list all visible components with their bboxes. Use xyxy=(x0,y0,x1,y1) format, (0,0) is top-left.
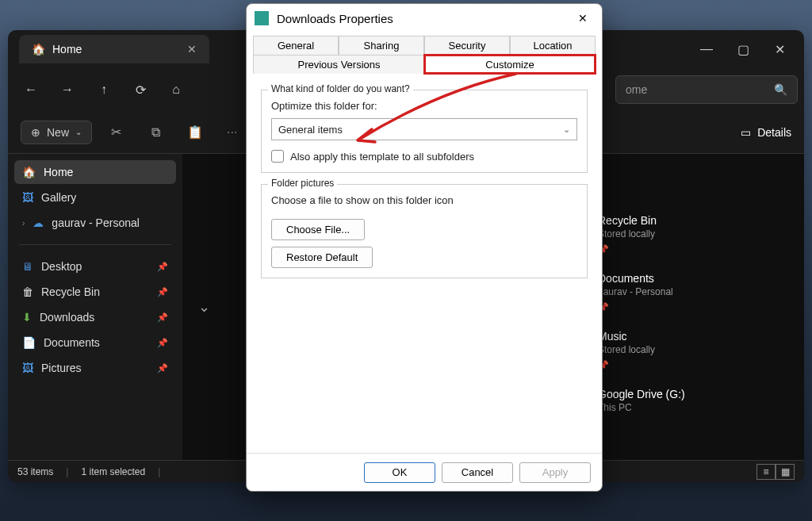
copy-icon[interactable]: ⧉ xyxy=(140,118,171,147)
list-item[interactable]: Google Drive (G:) This PC xyxy=(598,388,788,413)
window-controls: — ▢ ✕ xyxy=(688,33,798,65)
divider xyxy=(19,244,171,245)
apply-button[interactable]: Apply xyxy=(519,462,591,483)
folder-icon xyxy=(255,11,269,25)
pin-icon: 📌 xyxy=(598,244,788,255)
sidebar-item-home[interactable]: 🏠 Home xyxy=(14,160,176,184)
list-item[interactable]: Recycle Bin Stored locally 📌 xyxy=(598,214,788,255)
ok-button[interactable]: OK xyxy=(364,462,435,483)
sidebar-item-gallery[interactable]: 🖼 Gallery xyxy=(14,186,176,209)
search-input[interactable]: ome 🔍 xyxy=(615,75,798,104)
sidebar-item-downloads[interactable]: ⬇ Downloads 📌 xyxy=(14,305,176,329)
sidebar-item-recycle-bin[interactable]: 🗑 Recycle Bin 📌 xyxy=(14,280,176,304)
gallery-icon: 🖼 xyxy=(22,191,33,204)
optimize-label: Optimize this folder for: xyxy=(271,100,577,112)
apply-subfolders-checkbox[interactable]: Also apply this template to all subfolde… xyxy=(271,150,577,163)
close-window-button[interactable]: ✕ xyxy=(761,33,798,65)
home-icon: 🏠 xyxy=(32,43,44,56)
chevron-down-icon: ⌄ xyxy=(75,128,82,136)
list-item[interactable]: Music Stored locally 📌 xyxy=(598,330,788,370)
tab-general[interactable]: General xyxy=(253,36,339,55)
folder-content: ⌄ xyxy=(198,170,210,444)
chevron-right-icon: › xyxy=(22,219,25,228)
address-home-icon[interactable]: ⌂ xyxy=(160,75,192,105)
restore-default-button[interactable]: Restore Default xyxy=(271,247,373,268)
view-toggles: ≡ ▦ xyxy=(756,464,795,480)
dialog-title: Downloads Properties xyxy=(277,12,393,25)
dialog-titlebar: Downloads Properties ✕ xyxy=(247,4,602,33)
search-placeholder: ome xyxy=(626,83,647,96)
refresh-button[interactable]: ⟳ xyxy=(124,75,157,105)
select-value: General items xyxy=(278,124,343,136)
dialog-body: What kind of folder do you want? Optimiz… xyxy=(247,74,602,453)
pin-icon: 📌 xyxy=(598,302,788,312)
search-icon: 🔍 xyxy=(774,83,787,96)
tab-title: Home xyxy=(52,43,82,56)
sidebar-item-onedrive[interactable]: › ☁ gaurav - Personal xyxy=(14,211,176,235)
cut-icon[interactable]: ✂ xyxy=(100,118,132,147)
sidebar: 🏠 Home 🖼 Gallery › ☁ gaurav - Personal 🖥… xyxy=(8,154,182,460)
group-folder-pictures: Folder pictures Choose a file to show on… xyxy=(261,184,588,278)
pin-icon: 📌 xyxy=(157,262,168,272)
tab-sharing[interactable]: Sharing xyxy=(339,36,424,55)
maximize-button[interactable]: ▢ xyxy=(725,33,761,65)
details-view-button[interactable]: ▭ Details xyxy=(741,126,791,139)
documents-icon: 📄 xyxy=(22,336,36,349)
forward-button[interactable]: → xyxy=(51,75,84,105)
checkbox-icon xyxy=(271,150,284,163)
pictures-icon: 🖼 xyxy=(22,362,33,374)
folder-pictures-desc: Choose a file to show on this folder ico… xyxy=(271,194,577,206)
browser-tab-home[interactable]: 🏠 Home ✕ xyxy=(19,35,209,63)
list-view-button[interactable]: ≡ xyxy=(756,464,776,480)
properties-dialog: Downloads Properties ✕ General Sharing S… xyxy=(246,3,603,492)
desktop-icon: 🖥 xyxy=(22,260,33,273)
sidebar-item-desktop[interactable]: 🖥 Desktop 📌 xyxy=(14,255,176,278)
tab-previous-versions[interactable]: Previous Versions xyxy=(253,55,424,74)
chevron-down-icon: ⌄ xyxy=(563,125,570,135)
pin-icon: 📌 xyxy=(598,360,788,370)
close-icon[interactable]: ✕ xyxy=(572,9,594,28)
pin-icon: 📌 xyxy=(157,312,168,323)
new-button[interactable]: ⊕ New ⌄ xyxy=(21,121,92,144)
up-button[interactable]: ↑ xyxy=(87,75,121,105)
optimize-select[interactable]: General items ⌄ xyxy=(271,118,577,140)
list-item[interactable]: Documents gaurav - Personal 📌 xyxy=(598,272,788,312)
tab-customize[interactable]: Customize xyxy=(424,55,596,74)
quick-access-list: Recycle Bin Stored locally 📌 Documents g… xyxy=(598,170,788,444)
close-tab-icon[interactable]: ✕ xyxy=(187,43,197,56)
trash-icon: 🗑 xyxy=(22,285,33,298)
pin-icon: 📌 xyxy=(157,287,168,297)
details-icon: ▭ xyxy=(741,126,751,139)
paste-icon[interactable]: 📋 xyxy=(179,118,211,147)
back-button[interactable]: ← xyxy=(14,75,48,105)
group-title: Folder pictures xyxy=(268,178,337,189)
pin-icon: 📌 xyxy=(157,363,168,374)
plus-icon: ⊕ xyxy=(31,126,40,139)
sidebar-item-pictures[interactable]: 🖼 Pictures 📌 xyxy=(14,356,176,380)
sidebar-item-documents[interactable]: 📄 Documents 📌 xyxy=(14,331,176,354)
pin-icon: 📌 xyxy=(157,338,168,348)
selection-count: 1 item selected xyxy=(81,466,145,477)
tab-security[interactable]: Security xyxy=(424,36,510,55)
item-count: 53 items xyxy=(17,466,53,477)
tab-strip: General Sharing Security Location Previo… xyxy=(253,36,596,74)
group-title: What kind of folder do you want? xyxy=(268,83,413,94)
grid-view-button[interactable]: ▦ xyxy=(776,464,795,480)
tab-location[interactable]: Location xyxy=(510,36,596,55)
chevron-down-icon[interactable]: ⌄ xyxy=(198,298,210,316)
minimize-button[interactable]: — xyxy=(688,33,725,65)
dialog-footer: OK Cancel Apply xyxy=(247,453,602,491)
cancel-button[interactable]: Cancel xyxy=(442,462,513,483)
download-icon: ⬇ xyxy=(22,311,32,324)
group-folder-type: What kind of folder do you want? Optimiz… xyxy=(261,90,588,173)
choose-file-button[interactable]: Choose File... xyxy=(271,219,365,240)
more-icon[interactable]: ··· xyxy=(227,125,237,140)
home-icon: 🏠 xyxy=(22,166,36,178)
cloud-icon: ☁ xyxy=(33,216,44,229)
